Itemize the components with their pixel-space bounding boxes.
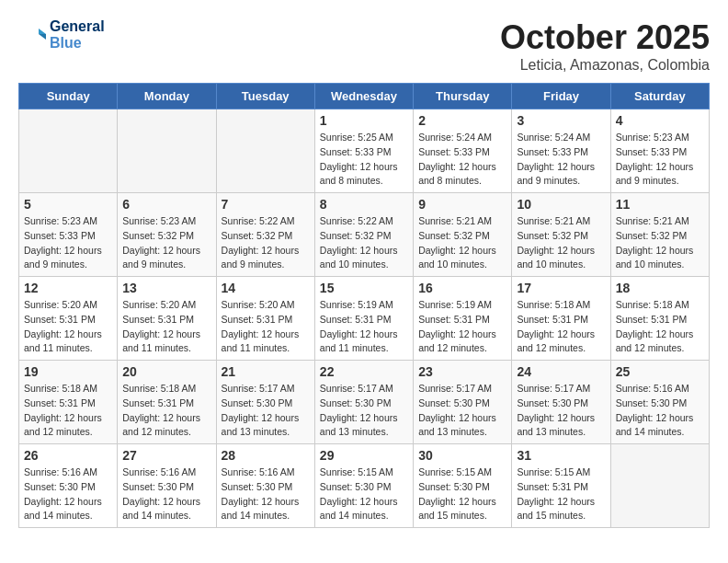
day-info: Sunrise: 5:16 AM Sunset: 5:30 PM Dayligh… <box>616 382 704 440</box>
day-number: 24 <box>517 364 605 379</box>
day-info: Sunrise: 5:23 AM Sunset: 5:33 PM Dayligh… <box>616 131 704 189</box>
day-info: Sunrise: 5:16 AM Sunset: 5:30 PM Dayligh… <box>122 465 210 523</box>
logo-icon <box>18 21 46 49</box>
calendar-cell <box>118 109 216 193</box>
day-info: Sunrise: 5:18 AM Sunset: 5:31 PM Dayligh… <box>122 382 210 440</box>
calendar-cell: 28Sunrise: 5:16 AM Sunset: 5:30 PM Dayli… <box>216 444 314 528</box>
weekday-header-friday: Friday <box>512 84 610 109</box>
day-info: Sunrise: 5:16 AM Sunset: 5:30 PM Dayligh… <box>24 465 112 523</box>
day-info: Sunrise: 5:20 AM Sunset: 5:31 PM Dayligh… <box>122 298 210 356</box>
calendar-cell: 13Sunrise: 5:20 AM Sunset: 5:31 PM Dayli… <box>118 277 216 361</box>
calendar-cell: 2Sunrise: 5:24 AM Sunset: 5:33 PM Daylig… <box>414 109 512 193</box>
day-number: 23 <box>418 364 506 379</box>
calendar-cell: 31Sunrise: 5:15 AM Sunset: 5:31 PM Dayli… <box>512 444 610 528</box>
day-number: 9 <box>418 197 506 212</box>
day-info: Sunrise: 5:17 AM Sunset: 5:30 PM Dayligh… <box>222 382 310 440</box>
calendar-cell: 29Sunrise: 5:15 AM Sunset: 5:30 PM Dayli… <box>314 444 413 528</box>
day-info: Sunrise: 5:15 AM Sunset: 5:30 PM Dayligh… <box>418 465 506 523</box>
day-number: 15 <box>320 281 408 295</box>
day-number: 31 <box>517 448 605 463</box>
weekday-header-thursday: Thursday <box>414 84 512 109</box>
day-number: 18 <box>616 281 704 295</box>
calendar-cell: 23Sunrise: 5:17 AM Sunset: 5:30 PM Dayli… <box>414 361 512 444</box>
calendar-cell: 21Sunrise: 5:17 AM Sunset: 5:30 PM Dayli… <box>216 361 314 444</box>
day-info: Sunrise: 5:23 AM Sunset: 5:32 PM Dayligh… <box>122 214 210 272</box>
day-info: Sunrise: 5:20 AM Sunset: 5:31 PM Dayligh… <box>24 298 112 356</box>
day-info: Sunrise: 5:17 AM Sunset: 5:30 PM Dayligh… <box>320 382 408 440</box>
day-info: Sunrise: 5:16 AM Sunset: 5:30 PM Dayligh… <box>222 465 310 523</box>
day-info: Sunrise: 5:19 AM Sunset: 5:31 PM Dayligh… <box>320 298 408 356</box>
calendar-cell: 20Sunrise: 5:18 AM Sunset: 5:31 PM Dayli… <box>118 361 216 444</box>
day-info: Sunrise: 5:21 AM Sunset: 5:32 PM Dayligh… <box>418 214 506 272</box>
calendar-cell: 27Sunrise: 5:16 AM Sunset: 5:30 PM Dayli… <box>118 444 216 528</box>
weekday-header-saturday: Saturday <box>610 84 709 109</box>
calendar-week-2: 5Sunrise: 5:23 AM Sunset: 5:33 PM Daylig… <box>19 193 710 277</box>
calendar-week-5: 26Sunrise: 5:16 AM Sunset: 5:30 PM Dayli… <box>19 444 710 528</box>
day-info: Sunrise: 5:18 AM Sunset: 5:31 PM Dayligh… <box>616 298 704 356</box>
day-info: Sunrise: 5:18 AM Sunset: 5:31 PM Dayligh… <box>517 298 605 356</box>
calendar-cell: 24Sunrise: 5:17 AM Sunset: 5:30 PM Dayli… <box>512 361 610 444</box>
calendar-table: SundayMondayTuesdayWednesdayThursdayFrid… <box>18 83 710 528</box>
logo-line1: General <box>50 18 105 35</box>
day-number: 28 <box>222 448 310 463</box>
calendar-cell: 14Sunrise: 5:20 AM Sunset: 5:31 PM Dayli… <box>216 277 314 361</box>
day-number: 25 <box>616 364 704 379</box>
day-number: 5 <box>24 197 112 212</box>
calendar-header-row: SundayMondayTuesdayWednesdayThursdayFrid… <box>19 84 710 109</box>
day-number: 13 <box>122 281 210 295</box>
calendar-cell: 26Sunrise: 5:16 AM Sunset: 5:30 PM Dayli… <box>19 444 118 528</box>
day-number: 30 <box>418 448 506 463</box>
calendar-cell: 25Sunrise: 5:16 AM Sunset: 5:30 PM Dayli… <box>610 361 709 444</box>
weekday-header-monday: Monday <box>118 84 216 109</box>
day-number: 20 <box>122 364 210 379</box>
calendar-cell: 8Sunrise: 5:22 AM Sunset: 5:32 PM Daylig… <box>314 193 413 277</box>
calendar-cell: 18Sunrise: 5:18 AM Sunset: 5:31 PM Dayli… <box>610 277 709 361</box>
day-info: Sunrise: 5:24 AM Sunset: 5:33 PM Dayligh… <box>418 131 506 189</box>
calendar-cell: 17Sunrise: 5:18 AM Sunset: 5:31 PM Dayli… <box>512 277 610 361</box>
logo: General Blue <box>18 18 105 51</box>
calendar-cell: 7Sunrise: 5:22 AM Sunset: 5:32 PM Daylig… <box>216 193 314 277</box>
day-info: Sunrise: 5:20 AM Sunset: 5:31 PM Dayligh… <box>222 298 310 356</box>
calendar-cell: 3Sunrise: 5:24 AM Sunset: 5:33 PM Daylig… <box>512 109 610 193</box>
calendar-cell: 6Sunrise: 5:23 AM Sunset: 5:32 PM Daylig… <box>118 193 216 277</box>
day-number: 14 <box>222 281 310 295</box>
calendar-cell: 19Sunrise: 5:18 AM Sunset: 5:31 PM Dayli… <box>19 361 118 444</box>
day-info: Sunrise: 5:21 AM Sunset: 5:32 PM Dayligh… <box>517 214 605 272</box>
day-number: 8 <box>320 197 408 212</box>
svg-marker-0 <box>39 29 46 34</box>
day-number: 11 <box>616 197 704 212</box>
calendar-cell: 4Sunrise: 5:23 AM Sunset: 5:33 PM Daylig… <box>610 109 709 193</box>
calendar-cell <box>216 109 314 193</box>
calendar-cell <box>19 109 118 193</box>
weekday-header-sunday: Sunday <box>19 84 118 109</box>
calendar-cell: 30Sunrise: 5:15 AM Sunset: 5:30 PM Dayli… <box>414 444 512 528</box>
svg-marker-1 <box>39 34 46 40</box>
page-header: General Blue October 2025 Leticia, Amazo… <box>18 18 710 74</box>
day-number: 29 <box>320 448 408 463</box>
day-info: Sunrise: 5:23 AM Sunset: 5:33 PM Dayligh… <box>24 214 112 272</box>
calendar-week-3: 12Sunrise: 5:20 AM Sunset: 5:31 PM Dayli… <box>19 277 710 361</box>
day-info: Sunrise: 5:15 AM Sunset: 5:31 PM Dayligh… <box>517 465 605 523</box>
day-info: Sunrise: 5:17 AM Sunset: 5:30 PM Dayligh… <box>517 382 605 440</box>
day-info: Sunrise: 5:18 AM Sunset: 5:31 PM Dayligh… <box>24 382 112 440</box>
weekday-header-wednesday: Wednesday <box>314 84 413 109</box>
day-number: 4 <box>616 113 704 128</box>
day-number: 27 <box>122 448 210 463</box>
calendar-cell: 1Sunrise: 5:25 AM Sunset: 5:33 PM Daylig… <box>314 109 413 193</box>
title-area: October 2025 Leticia, Amazonas, Colombia <box>500 18 710 74</box>
calendar-cell: 12Sunrise: 5:20 AM Sunset: 5:31 PM Dayli… <box>19 277 118 361</box>
day-info: Sunrise: 5:22 AM Sunset: 5:32 PM Dayligh… <box>320 214 408 272</box>
calendar-cell: 15Sunrise: 5:19 AM Sunset: 5:31 PM Dayli… <box>314 277 413 361</box>
day-number: 7 <box>222 197 310 212</box>
logo-line2: Blue <box>50 35 105 52</box>
calendar-week-1: 1Sunrise: 5:25 AM Sunset: 5:33 PM Daylig… <box>19 109 710 193</box>
calendar-week-4: 19Sunrise: 5:18 AM Sunset: 5:31 PM Dayli… <box>19 361 710 444</box>
month-title: October 2025 <box>500 18 710 57</box>
day-info: Sunrise: 5:15 AM Sunset: 5:30 PM Dayligh… <box>320 465 408 523</box>
calendar-cell: 10Sunrise: 5:21 AM Sunset: 5:32 PM Dayli… <box>512 193 610 277</box>
day-info: Sunrise: 5:17 AM Sunset: 5:30 PM Dayligh… <box>418 382 506 440</box>
day-number: 6 <box>122 197 210 212</box>
day-number: 10 <box>517 197 605 212</box>
day-info: Sunrise: 5:19 AM Sunset: 5:31 PM Dayligh… <box>418 298 506 356</box>
day-number: 26 <box>24 448 112 463</box>
